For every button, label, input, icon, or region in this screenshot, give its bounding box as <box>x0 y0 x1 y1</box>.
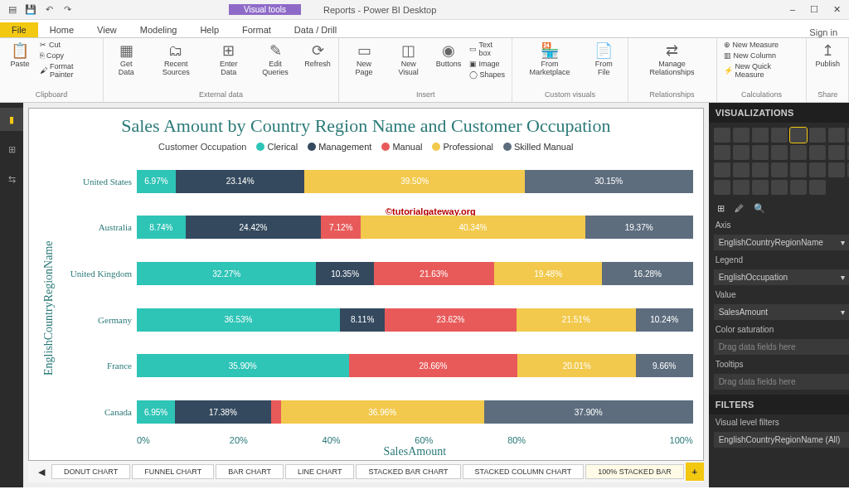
report-view-icon[interactable]: ▮ <box>0 108 23 131</box>
new-column-button[interactable]: ▥ New Column <box>722 51 802 61</box>
visual-type-icon[interactable] <box>733 162 750 177</box>
visual-type-icon[interactable] <box>809 128 826 143</box>
visual-type-icon[interactable] <box>828 145 845 160</box>
recent-sources-button[interactable]: 🗂Recent Sources <box>147 40 205 79</box>
bar-segment[interactable]: 28.66% <box>349 354 518 377</box>
textbox-button[interactable]: ▭ Text box <box>468 40 507 58</box>
visual-type-icon[interactable] <box>714 180 730 195</box>
publish-button[interactable]: ↥Publish <box>812 40 843 70</box>
new-quick-measure-button[interactable]: ⚡ New Quick Measure <box>722 61 802 80</box>
undo-icon[interactable]: ↶ <box>41 2 56 17</box>
visual-type-icon[interactable] <box>809 162 826 177</box>
visual-type-icon[interactable] <box>771 128 788 143</box>
visual-type-icon[interactable] <box>828 128 845 143</box>
edit-queries-button[interactable]: ✎Edit Queries <box>252 40 298 79</box>
page-tab[interactable]: STACKED BAR CHART <box>356 464 460 479</box>
chart-visual[interactable]: Sales Amount by Country Region Name and … <box>28 108 704 461</box>
page-tab[interactable]: STACKED COLUMN CHART <box>463 464 585 479</box>
visual-type-icon[interactable] <box>790 162 807 177</box>
get-data-button[interactable]: ▦Get Data <box>109 40 144 79</box>
from-file-button[interactable]: 📄From File <box>585 40 623 79</box>
visual-type-icon[interactable] <box>771 145 788 160</box>
visual-type-icon[interactable] <box>752 162 769 177</box>
visual-type-icon[interactable] <box>733 180 750 195</box>
bar-segment[interactable]: 20.01% <box>517 354 635 377</box>
bar-segment[interactable]: 30.15% <box>525 170 693 193</box>
new-page-button[interactable]: ▭New Page <box>344 40 384 79</box>
visual-type-icon[interactable] <box>733 145 750 160</box>
bar-segment[interactable]: 16.28% <box>602 262 692 285</box>
bar-segment[interactable] <box>271 400 281 424</box>
visual-type-icon[interactable] <box>790 180 807 195</box>
minimize-button[interactable]: – <box>790 4 795 15</box>
page-tab[interactable]: 100% STACKED BAR <box>585 464 683 479</box>
tab-modeling[interactable]: Modeling <box>129 22 189 37</box>
from-marketplace-button[interactable]: 🏪From Marketplace <box>517 40 582 79</box>
tooltips-well[interactable]: Drag data fields here <box>714 374 849 390</box>
manage-relationships-button[interactable]: ⇄Manage Relationships <box>633 40 711 79</box>
close-button[interactable]: ✕ <box>833 4 841 15</box>
bar-segment[interactable]: 19.37% <box>585 216 693 239</box>
legend-field-well[interactable]: EnglishOccupation▾ ✕ <box>714 269 849 285</box>
page-tab[interactable]: FUNNEL CHART <box>132 464 214 479</box>
maximize-button[interactable]: ☐ <box>810 4 818 15</box>
color-saturation-well[interactable]: Drag data fields here <box>714 339 849 355</box>
bar-segment[interactable]: 37.90% <box>484 400 693 424</box>
visual-type-icon[interactable] <box>828 162 845 177</box>
model-view-icon[interactable]: ⇆ <box>0 167 23 191</box>
format-painter-button[interactable]: 🖌 Format Painter <box>38 61 98 80</box>
tab-format[interactable]: Format <box>230 22 283 37</box>
bar-segment[interactable]: 10.24% <box>636 308 693 332</box>
refresh-button[interactable]: ⟳Refresh <box>302 40 333 70</box>
bar-segment[interactable]: 21.63% <box>374 262 494 285</box>
visual-type-icon[interactable] <box>752 180 769 195</box>
new-measure-button[interactable]: ⊕ New Measure <box>722 40 802 50</box>
bar-segment[interactable]: 7.12% <box>321 216 361 239</box>
bar-segment[interactable]: 8.11% <box>340 308 385 332</box>
axis-field-well[interactable]: EnglishCountryRegionName▾ ✕ <box>714 235 849 250</box>
bar-segment[interactable]: 9.66% <box>636 354 693 377</box>
stacked-bar[interactable]: 8.74%24.42%7.12%40.34%19.37% <box>137 216 693 239</box>
visual-type-icon[interactable] <box>752 145 769 160</box>
stacked-bar[interactable]: 35.90%28.66%20.01%9.66% <box>137 354 693 377</box>
value-field-well[interactable]: SalesAmount▾ ✕ <box>714 304 849 320</box>
bar-segment[interactable]: 19.48% <box>494 262 603 285</box>
stacked-bar[interactable]: 32.27%10.35%21.63%19.48%16.28% <box>137 262 693 285</box>
data-view-icon[interactable]: ⊞ <box>0 138 23 161</box>
format-tab-icon[interactable]: 🖉 <box>735 203 744 214</box>
visual-type-icon[interactable] <box>733 128 750 143</box>
visual-type-icon[interactable] <box>771 162 788 177</box>
bar-segment[interactable]: 23.14% <box>176 170 305 193</box>
buttons-button[interactable]: ◉Buttons <box>433 40 463 70</box>
bar-segment[interactable]: 39.50% <box>304 170 525 193</box>
redo-icon[interactable]: ↷ <box>60 2 75 17</box>
bar-segment[interactable]: 8.74% <box>137 216 186 239</box>
stacked-bar[interactable]: 6.97%23.14%39.50%30.15% <box>137 170 693 193</box>
bar-segment[interactable]: 21.51% <box>517 308 636 332</box>
stacked-bar[interactable]: 6.95%17.38%36.96%37.90% <box>137 400 693 424</box>
bar-segment[interactable]: 40.34% <box>361 216 585 239</box>
save-icon[interactable]: 💾 <box>23 2 38 17</box>
tab-view[interactable]: View <box>85 22 129 37</box>
bar-segment[interactable]: 6.97% <box>137 170 176 193</box>
cut-button[interactable]: ✂ Cut <box>38 40 98 50</box>
copy-button[interactable]: ⎘ Copy <box>38 51 98 61</box>
page-tab[interactable]: LINE CHART <box>285 464 354 479</box>
paste-button[interactable]: 📋Paste <box>5 40 35 70</box>
add-page-button[interactable]: + <box>686 463 704 481</box>
tab-data-drill[interactable]: Data / Drill <box>283 22 348 37</box>
visual-type-icon[interactable] <box>714 128 730 143</box>
bar-segment[interactable]: 35.90% <box>137 354 349 377</box>
bar-segment[interactable]: 36.53% <box>137 308 340 332</box>
tab-help[interactable]: Help <box>188 22 230 37</box>
visual-type-icon[interactable] <box>714 145 730 160</box>
bar-segment[interactable]: 23.62% <box>385 308 516 332</box>
visual-type-icon[interactable] <box>809 180 826 195</box>
bar-segment[interactable]: 24.42% <box>186 216 322 239</box>
prev-page-icon[interactable]: ◀ <box>33 467 50 477</box>
visual-type-icon[interactable] <box>790 128 807 143</box>
visual-type-icon[interactable] <box>790 145 807 160</box>
tab-home[interactable]: Home <box>38 22 85 37</box>
enter-data-button[interactable]: ⊞Enter Data <box>208 40 249 79</box>
page-tab[interactable]: BAR CHART <box>216 464 284 479</box>
